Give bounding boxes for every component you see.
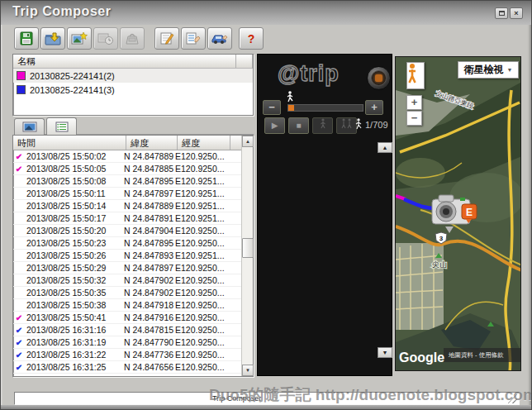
cell-lon: E120.9250... <box>175 288 230 298</box>
stop-icon: ■ <box>296 121 301 130</box>
cell-lat: N 24.847885 <box>124 164 175 174</box>
cell-lat: N 24.847904 <box>124 226 175 236</box>
cell-lon: E120.9250... <box>175 226 230 236</box>
cell-lon: E120.9251... <box>175 213 230 223</box>
track-name: 20130825-224141(3) <box>30 85 115 95</box>
play-button[interactable]: ▶ <box>264 117 285 134</box>
table-row[interactable]: ✔ 2013/08/25 15:50:14 N 24.847889 E120.9… <box>13 200 241 212</box>
scroll-up-icon[interactable]: ▲ <box>242 136 254 147</box>
tab-track-points[interactable] <box>46 117 77 135</box>
track-list: 名稱 20130825-224141(2) 20130825-224141(3) <box>12 54 254 116</box>
map-zoom-in-button[interactable]: + <box>406 95 422 110</box>
peak-label: 尖山 <box>432 260 447 269</box>
lon-column-header[interactable]: 經度 <box>178 136 230 150</box>
cell-time: 2013/08/25 15:50:29 <box>25 263 124 273</box>
import-track-button[interactable] <box>40 27 65 50</box>
cell-time: 2013/08/25 15:50:26 <box>25 250 124 260</box>
cell-time: 2013/08/25 15:50:35 <box>25 288 124 298</box>
table-row[interactable]: ✔ 2013/08/25 16:31:22 N 24.847736 E120.9… <box>13 349 241 361</box>
window-title: Trip Composer <box>12 4 111 19</box>
cell-lat: N 24.847889 <box>124 201 175 211</box>
add-photo-button[interactable] <box>67 27 92 50</box>
table-scrollbar[interactable]: ▲ ▼ <box>241 136 253 376</box>
cell-lon: E120.9250... <box>175 312 230 322</box>
cell-time: 2013/08/25 15:50:08 <box>25 176 124 186</box>
track-color-swatch <box>17 85 26 94</box>
tab-photos[interactable] <box>14 118 45 135</box>
cell-lon: E120.9251... <box>175 201 230 211</box>
table-row[interactable]: ✔ 2013/08/25 15:50:41 N 24.847916 E120.9… <box>13 312 241 324</box>
speed-up-button[interactable]: + <box>365 100 383 115</box>
single-track-button <box>312 117 333 134</box>
table-row[interactable]: ✔ 2013/08/25 15:50:32 N 24.847902 E120.9… <box>13 274 241 287</box>
table-row[interactable]: ✔ 2013/08/25 15:50:02 N 24.847889 E120.9… <box>13 150 241 163</box>
cell-time: 2013/08/25 16:31:25 <box>25 362 124 372</box>
table-row[interactable]: ✔ 2013/08/25 15:50:11 N 24.847897 E120.9… <box>13 188 241 200</box>
cell-time: 2013/08/25 16:31:16 <box>25 325 124 335</box>
cell-lat: N 24.847891 <box>124 213 175 223</box>
scrollbar-thumb[interactable] <box>242 238 254 258</box>
track-list-item[interactable]: 20130825-224141(2) <box>13 69 253 83</box>
cell-time: 2013/08/25 15:50:05 <box>25 164 124 174</box>
cell-time: 2013/08/25 15:50:17 <box>25 213 124 223</box>
check-icon: ✔ <box>13 152 25 161</box>
scroll-down-icon[interactable]: ▼ <box>242 365 254 376</box>
table-row[interactable]: ✔ 2013/08/25 15:50:08 N 24.847895 E120.9… <box>13 175 241 188</box>
edit-button[interactable] <box>154 27 179 50</box>
stop-button[interactable]: ■ <box>288 117 309 134</box>
name-column-header[interactable]: 名稱 <box>13 55 236 68</box>
table-row[interactable]: ✔ 2013/08/25 16:31:16 N 24.847815 E120.9… <box>13 324 241 336</box>
table-row[interactable]: ✔ 2013/08/25 16:31:19 N 24.847790 E120.9… <box>13 336 241 349</box>
cell-lon: E120.9250... <box>175 337 230 347</box>
drive-mode-button[interactable] <box>207 27 232 50</box>
table-row[interactable]: ✔ 2013/08/25 16:31:25 N 24.847656 E120.9… <box>13 361 241 374</box>
strip-up-button[interactable]: ▲ <box>378 142 392 153</box>
table-row[interactable]: ✔ 2013/08/25 15:50:23 N 24.847895 E120.9… <box>13 237 241 250</box>
player-mode-ring <box>371 70 387 86</box>
pegman-control[interactable] <box>406 62 425 89</box>
table-row[interactable]: ✔ 2013/08/25 15:50:29 N 24.847897 E120.9… <box>13 262 241 274</box>
map-zoom-out-button[interactable]: − <box>406 111 422 126</box>
cell-lat: N 24.847656 <box>124 362 175 372</box>
map-view-dropdown[interactable]: 衛星檢視 ▼ <box>458 61 519 79</box>
check-icon: ✔ <box>13 363 25 372</box>
trip-player-panel: @trip − + ▶ ■ 1/709 <box>257 54 392 376</box>
player-mode-button[interactable] <box>367 66 391 90</box>
cell-lat: N 24.847815 <box>124 325 175 335</box>
help-button[interactable]: ? <box>239 27 264 50</box>
playback-progress[interactable] <box>287 104 363 112</box>
track-color-swatch <box>17 71 26 80</box>
photo-icon <box>22 122 37 132</box>
map-panel[interactable]: 文山路亞東段 3 E 尖山 地圖資料 - 使用條款 G <box>395 56 521 371</box>
close-button[interactable]: × <box>510 7 523 19</box>
table-body: ✔ 2013/08/25 15:50:02 N 24.847889 E120.9… <box>13 150 241 376</box>
table-row[interactable]: ✔ 2013/08/25 15:50:20 N 24.847904 E120.9… <box>13 225 241 237</box>
cell-lat: N 24.847893 <box>124 250 175 260</box>
track-list-item[interactable]: 20130825-224141(3) <box>13 83 253 97</box>
close-icon: × <box>514 9 518 17</box>
cell-lat: N 24.847736 <box>124 350 175 360</box>
strip-down-button[interactable]: ▼ <box>378 347 392 358</box>
route-shield-number: 3 <box>439 235 444 242</box>
table-row[interactable]: ✔ 2013/08/25 15:50:17 N 24.847891 E120.9… <box>13 212 241 225</box>
cell-lon: E120.9250... <box>175 238 230 248</box>
time-column-header[interactable]: 時間 <box>13 136 126 150</box>
camera-bag-button <box>120 27 145 50</box>
table-row[interactable]: ✔ 2013/08/25 15:50:05 N 24.847885 E120.9… <box>13 163 241 175</box>
table-row[interactable]: ✔ 2013/08/25 15:50:35 N 24.847902 E120.9… <box>13 287 241 299</box>
map-copyright[interactable]: 地圖資料 - 使用條款 <box>448 351 504 359</box>
track-list-header[interactable]: 名稱 <box>13 55 253 69</box>
record-stop-icon <box>375 74 382 82</box>
cell-lat: N 24.847897 <box>124 263 175 273</box>
restore-button[interactable] <box>495 7 508 19</box>
speed-down-button[interactable]: − <box>263 100 281 115</box>
select-track-button[interactable] <box>181 27 206 50</box>
walker-position-icon <box>286 91 295 106</box>
cell-time: 2013/08/25 15:50:41 <box>25 312 124 322</box>
table-row[interactable]: ✔ 2013/08/25 15:50:38 N 24.847918 E120.9… <box>13 299 241 312</box>
save-button[interactable] <box>14 27 39 50</box>
table-row[interactable]: ✔ 2013/08/25 15:50:26 N 24.847893 E120.9… <box>13 250 241 262</box>
photo-add-icon <box>71 31 88 45</box>
cell-time: 2013/08/25 16:31:19 <box>25 337 124 347</box>
lat-column-header[interactable]: 緯度 <box>126 136 178 150</box>
